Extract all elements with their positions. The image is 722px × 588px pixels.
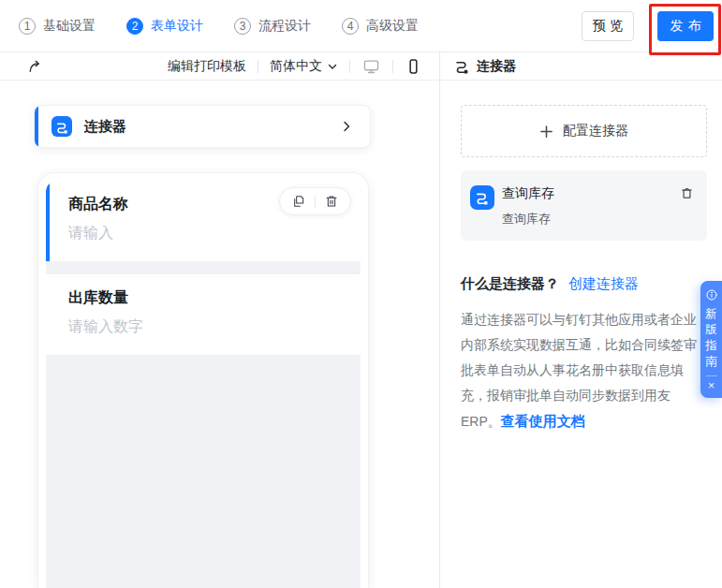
field-placeholder: 请输入数字 [68, 317, 342, 337]
connector-panel-header: 连接器 [440, 52, 722, 81]
divider [706, 375, 717, 376]
connector-item-texts: 查询库存 查询库存 [502, 185, 554, 228]
connector-action-icon [470, 185, 494, 210]
create-connector-link[interactable]: 创建连接器 [568, 275, 639, 293]
step-number-badge: 2 [126, 18, 143, 35]
step-nav: 1 基础设置 2 表单设计 3 流程设计 4 高级设置 [0, 18, 419, 35]
configure-connector-button[interactable]: 配置连接器 [461, 105, 707, 157]
form-field-product-name[interactable]: 商品名称 请输入 [46, 181, 361, 261]
divider [258, 60, 258, 73]
connector-entry-card[interactable]: 连接器 [34, 105, 371, 148]
delete-connector-icon[interactable] [680, 186, 694, 200]
connector-icon [454, 58, 470, 74]
new-version-guide-tab[interactable]: 新版指南 × [700, 281, 722, 398]
top-step-bar: 1 基础设置 2 表单设计 3 流程设计 4 高级设置 预览 发布 [0, 0, 722, 52]
form-designer-app: 1 基础设置 2 表单设计 3 流程设计 4 高级设置 预览 发布 [0, 0, 722, 588]
connector-icon [52, 116, 72, 137]
canvas-toolbar: 编辑打印模板 简体中文 [0, 52, 439, 81]
divider [349, 60, 350, 73]
chevron-right-icon [340, 120, 353, 133]
plus-icon [539, 125, 553, 139]
step-form-design[interactable]: 2 表单设计 [126, 18, 203, 35]
canvas-toolbar-actions: 编辑打印模板 简体中文 [168, 57, 422, 76]
step-flow-design[interactable]: 3 流程设计 [234, 18, 311, 35]
step-advanced-settings[interactable]: 4 高级设置 [342, 18, 419, 35]
connector-help-row: 什么是连接器？ 创建连接器 [461, 275, 707, 293]
connector-panel-body: 配置连接器 查询库存 查询库存 [440, 105, 722, 434]
preview-button[interactable]: 预览 [582, 11, 634, 41]
step-number-badge: 1 [19, 18, 36, 35]
delete-field-icon[interactable] [324, 194, 339, 209]
form-body: 商品名称 请输入 [46, 181, 361, 588]
guide-tab-label: 新版指南 [705, 306, 718, 370]
form-field-outbound-quantity[interactable]: 出库数量 请输入数字 [46, 274, 361, 355]
connector-description: 通过连接器可以与钉钉其他应用或者企业内部系统实现数据互通，比如合同续签审批表单自… [461, 307, 704, 434]
field-placeholder: 请输入 [68, 224, 342, 243]
form-preview-canvas: 商品名称 请输入 [37, 172, 369, 588]
field-actions [279, 187, 351, 215]
redo-icon[interactable] [26, 58, 44, 75]
connector-list-item[interactable]: 查询库存 查询库存 [461, 170, 707, 241]
chevron-down-icon [327, 61, 338, 72]
divider [392, 60, 393, 73]
edit-print-template-button[interactable]: 编辑打印模板 [168, 58, 246, 75]
language-select[interactable]: 简体中文 [270, 58, 338, 75]
canvas-pane: 编辑打印模板 简体中文 [0, 52, 440, 588]
panel-title: 连接器 [477, 58, 516, 75]
step-basic-settings[interactable]: 1 基础设置 [19, 18, 96, 35]
connector-settings-pane: 连接器 配置连接器 查询库存 查询库存 [440, 52, 722, 588]
step-number-badge: 3 [234, 18, 251, 35]
step-number-badge: 4 [342, 18, 359, 35]
close-icon[interactable]: × [708, 379, 715, 392]
view-docs-link[interactable]: 查看使用文档 [501, 413, 585, 429]
info-icon [705, 288, 718, 301]
duplicate-icon[interactable] [291, 194, 306, 209]
desktop-preview-icon[interactable] [361, 57, 381, 76]
publish-button[interactable]: 发布 [657, 11, 714, 41]
mobile-preview-icon[interactable] [405, 57, 422, 76]
divider [315, 196, 316, 208]
